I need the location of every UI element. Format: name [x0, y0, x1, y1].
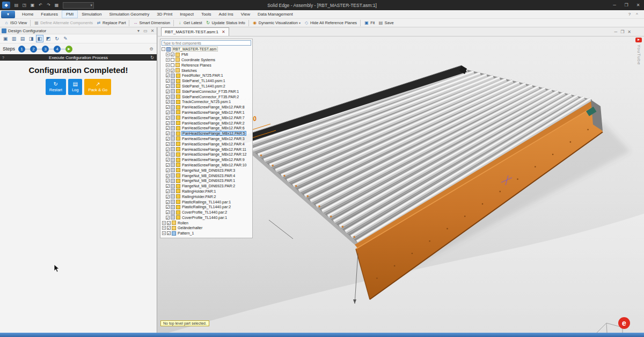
tree-item[interactable]: ✓PanHeadScrewFlange_M8x12.PAR:4: [161, 141, 252, 146]
compare-icon[interactable]: ◧: [36, 35, 43, 42]
visibility-checkbox[interactable]: ✓: [166, 131, 170, 135]
ribbon-tab-home[interactable]: Home: [18, 11, 37, 18]
visibility-checkbox[interactable]: ✓: [166, 90, 170, 93]
visibility-checkbox[interactable]: ✓: [166, 95, 170, 99]
visibility-checkbox[interactable]: ✓: [166, 216, 170, 219]
restore-button[interactable]: ❐: [620, 0, 632, 10]
split-view-icon[interactable]: ◨: [27, 35, 35, 42]
tree-item[interactable]: ✓PanHeadScrewFlange_M8x12.PAR:7: [161, 115, 252, 120]
log-button[interactable]: ▤ Log: [68, 79, 83, 95]
document-tab[interactable]: RBT_MASTER-TEST.asm:1 ✕: [161, 27, 229, 36]
expander-icon[interactable]: +: [166, 53, 170, 56]
tree-item[interactable]: ✓PanHeadScrewFlange_M8x12.PAR:10: [161, 163, 252, 168]
update-status-info-button[interactable]: ↻Update Status Info: [204, 20, 247, 26]
doc-close-icon[interactable]: ✕: [627, 30, 631, 34]
expander-icon[interactable]: +: [162, 221, 166, 225]
application-button[interactable]: ▾: [1, 11, 15, 18]
get-latest-button[interactable]: ↓Get Latest: [175, 20, 204, 26]
visibility-checkbox[interactable]: ✓: [166, 100, 170, 104]
help-icon[interactable]: ?: [2, 56, 4, 60]
define-alternate-components-button[interactable]: ▦Define Alternate Components: [32, 20, 94, 26]
save-button[interactable]: ▤Save: [376, 20, 395, 26]
visibility-checkbox[interactable]: ✓: [166, 200, 170, 204]
tree-item[interactable]: ✓FlangeNut_M8_DIN6923.PAR:4: [161, 173, 252, 178]
visibility-checkbox[interactable]: ✓: [166, 148, 170, 151]
visibility-checkbox[interactable]: ✓: [171, 69, 174, 72]
doc-restore-icon[interactable]: ❐: [620, 30, 624, 34]
tree-item[interactable]: ✓PanHeadScrewFlange_M8x12.PAR:11: [161, 146, 252, 152]
save-icon[interactable]: ▣: [29, 2, 36, 9]
visibility-checkbox[interactable]: ✓: [166, 163, 170, 167]
panel-icon[interactable]: ▣: [2, 35, 9, 42]
tree-item[interactable]: ✓PanHeadScrewFlange_M8x12.PAR:6: [161, 126, 252, 131]
sync-icon[interactable]: ↻: [53, 35, 61, 42]
table-icon[interactable]: ▥: [10, 35, 18, 42]
ribbon-tab-tools[interactable]: Tools: [197, 11, 215, 18]
visibility-checkbox[interactable]: ✓: [166, 84, 170, 88]
visibility-checkbox[interactable]: ✓: [171, 53, 174, 56]
ribbon-tab-add-ins[interactable]: Add Ins: [215, 11, 237, 18]
tree-item[interactable]: ✓CoverProfile_TL1440.par:2: [161, 210, 252, 215]
tree-item[interactable]: +✓Sketches: [161, 68, 252, 73]
visibility-checkbox[interactable]: ✓: [166, 121, 170, 125]
ribbon-tab-features[interactable]: Features: [37, 11, 62, 18]
visibility-checkbox[interactable]: ✓: [166, 116, 170, 120]
tree-item[interactable]: ✓PlasticRailings_TL1440.par:1: [161, 199, 252, 204]
tree-item[interactable]: ✓FlangeNut_M8_DIN6923.PAR:2: [161, 184, 252, 189]
doc-minimize-icon[interactable]: ─: [614, 30, 617, 34]
visibility-checkbox[interactable]: ✓: [166, 111, 170, 114]
new-document-icon[interactable]: ▤: [13, 2, 20, 9]
step-1[interactable]: 1: [18, 46, 25, 53]
tree-item[interactable]: ✓PanHeadScrewFlange_M8x12.PAR:9: [161, 157, 252, 163]
tree-item[interactable]: ✓RailingHolder.PAR:1: [161, 189, 252, 194]
3d-viewport[interactable]: 50: [158, 36, 644, 333]
visibility-checkbox[interactable]: ✓: [166, 105, 170, 109]
dynamic-visualization-button[interactable]: ◉Dynamic Visualization▾: [251, 20, 302, 26]
tree-item[interactable]: ✓PanHeadScrewFlange_M8x12.PAR:8: [161, 105, 252, 110]
tree-item[interactable]: +✓Geländerhalter: [161, 225, 252, 231]
visibility-checkbox[interactable]: ✓: [166, 152, 170, 156]
visibility-checkbox[interactable]: [171, 58, 174, 62]
smart-dimension-button[interactable]: ↔Smart Dimension: [131, 20, 172, 26]
tree-item[interactable]: ✓CoverProfile_TL1440.par:1: [161, 215, 252, 221]
visibility-checkbox[interactable]: ✓: [166, 169, 170, 172]
visibility-checkbox[interactable]: ✓: [166, 137, 170, 141]
fit-button[interactable]: ▣Fit: [362, 20, 376, 26]
ribbon-tab-3d-print[interactable]: 3D Print: [153, 11, 176, 18]
help-icon[interactable]: ?: [626, 12, 633, 17]
step-3[interactable]: 3: [42, 46, 49, 53]
refresh-icon[interactable]: ↻: [150, 55, 154, 60]
collapse-ribbon-icon[interactable]: ^: [633, 12, 641, 17]
tree-item[interactable]: ✓PlasticRailings_TL1440.par:2: [161, 204, 252, 210]
tree-item[interactable]: ✓PanHeadScrewFlange_M8x12.PAR:1: [161, 110, 252, 115]
tree-item[interactable]: +✓Pattern_1: [161, 231, 252, 236]
hide-all-reference-planes-button[interactable]: ◇Hide All Reference Planes: [302, 20, 358, 26]
tree-item[interactable]: ✓SidePanel_TL1440.psm:1: [161, 78, 252, 84]
visibility-checkbox[interactable]: ✓: [166, 79, 170, 83]
minimize-button[interactable]: ─: [609, 0, 620, 10]
tree-item[interactable]: ✓PanHeadScrewFlange_M8x12.PAR:2: [161, 120, 252, 126]
tree-item[interactable]: +✓Rollen: [161, 220, 252, 225]
steps-settings-gear-icon[interactable]: ⚙: [149, 47, 154, 52]
panel-menu-icon[interactable]: ▾: [136, 28, 141, 33]
iso-view-button[interactable]: ⌂ISO View: [2, 20, 28, 26]
tree-item[interactable]: ✓TrackConnector_N725.psm:1: [161, 99, 252, 105]
replace-part-button[interactable]: ⇄Replace Part: [94, 20, 127, 26]
component-search-input[interactable]: [162, 40, 251, 46]
tree-item[interactable]: ✓FlangeNut_M8_DIN6923.PAR:1: [161, 178, 252, 184]
visibility-checkbox[interactable]: ✓: [166, 210, 170, 214]
visibility-checkbox[interactable]: ✓: [166, 179, 170, 182]
visibility-checkbox[interactable]: [171, 63, 174, 67]
tree-item[interactable]: ✓SidePanelConnector_FT35.PAR:1: [161, 89, 252, 94]
highlight-icon[interactable]: ◩: [45, 35, 52, 42]
step-2[interactable]: 2: [30, 46, 37, 53]
tree-item[interactable]: ✓PanHeadScrewFlange_M8x12.PAR:3: [161, 136, 252, 142]
ribbon-tab-simulation[interactable]: Simulation: [78, 11, 105, 18]
tree-item[interactable]: ✓FeedRoller_N725.PAR:1: [161, 73, 252, 78]
expander-icon[interactable]: +: [162, 231, 166, 235]
list-icon[interactable]: ▤: [19, 35, 26, 42]
tree-item[interactable]: +Coordinate Systems: [161, 57, 252, 63]
ribbon-tab-data-management[interactable]: Data Management: [254, 11, 297, 18]
tree-item[interactable]: ✓SidePanelConnector_FT35.PAR:2: [161, 94, 252, 99]
visibility-checkbox[interactable]: ✓: [166, 74, 170, 77]
